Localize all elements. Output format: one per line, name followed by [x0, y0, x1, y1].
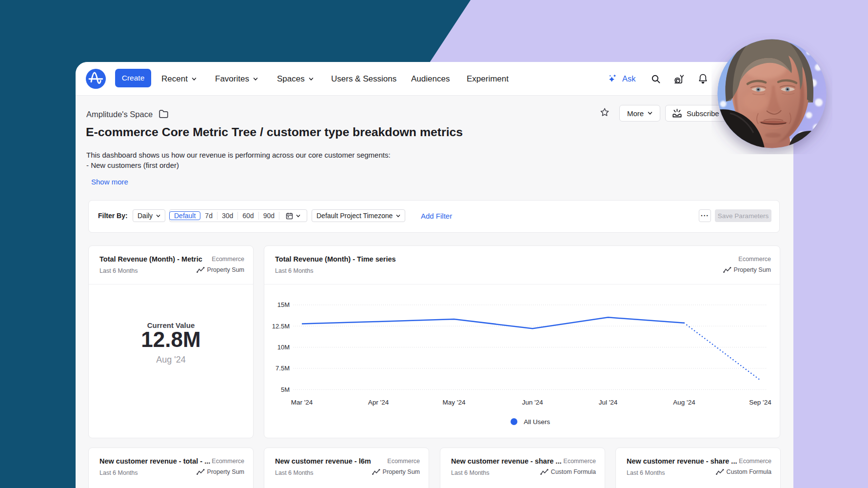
- svg-text:Jul '24: Jul '24: [599, 399, 618, 406]
- svg-text:Sep '24: Sep '24: [749, 399, 771, 406]
- svg-text:All Users: All Users: [524, 418, 550, 426]
- svg-text:May '24: May '24: [443, 399, 466, 406]
- svg-text:15M: 15M: [277, 301, 290, 308]
- svg-text:5M: 5M: [281, 386, 290, 393]
- svg-text:Apr '24: Apr '24: [368, 399, 389, 406]
- svg-text:Aug '24: Aug '24: [673, 399, 695, 406]
- svg-text:12.5M: 12.5M: [272, 323, 290, 330]
- svg-text:10M: 10M: [277, 344, 290, 351]
- svg-text:Mar '24: Mar '24: [291, 399, 313, 406]
- svg-text:Jun '24: Jun '24: [522, 399, 543, 406]
- svg-text:7.5M: 7.5M: [276, 365, 290, 372]
